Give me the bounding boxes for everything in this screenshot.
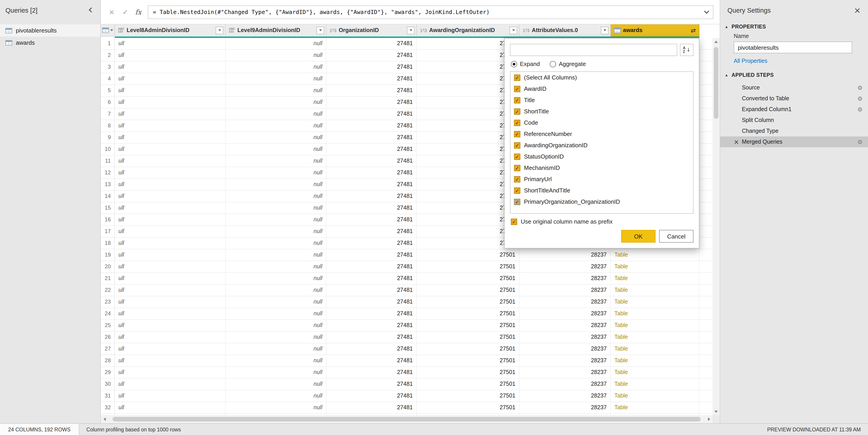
cell[interactable]: null bbox=[225, 378, 327, 390]
column-header-awards[interactable]: awards⇄ bbox=[611, 24, 700, 37]
filter-dropdown-icon[interactable] bbox=[601, 26, 609, 34]
cell[interactable]: 27481 bbox=[327, 120, 417, 131]
radio-option-aggregate[interactable]: Aggregate bbox=[550, 61, 586, 67]
cell[interactable]: 28237 bbox=[520, 296, 611, 308]
column-header-attributevalues-0[interactable]: 1²3AttributeValues.0 bbox=[520, 24, 611, 37]
cell[interactable]: 27481 bbox=[327, 191, 417, 202]
cell[interactable]: 27481 bbox=[327, 308, 417, 320]
cell[interactable]: ull bbox=[115, 191, 225, 202]
cell[interactable]: 27481 bbox=[327, 226, 417, 237]
cell[interactable]: ull bbox=[115, 355, 225, 366]
ok-button[interactable]: OK bbox=[621, 230, 655, 242]
cell[interactable]: 28237 bbox=[520, 378, 611, 390]
cell[interactable]: ull bbox=[115, 167, 225, 178]
cell[interactable]: Table bbox=[611, 296, 700, 308]
cell[interactable]: 28237 bbox=[520, 355, 611, 366]
cell[interactable]: 27481 bbox=[327, 378, 417, 390]
cell[interactable]: ull bbox=[115, 144, 225, 155]
applied-step-merged-queries[interactable]: ×Merged Queries⚙ bbox=[720, 136, 868, 147]
cell[interactable]: 28237 bbox=[520, 285, 611, 296]
cell[interactable]: 27481 bbox=[327, 179, 417, 190]
confirm-formula-icon[interactable]: ✓ bbox=[121, 8, 130, 16]
properties-section-header[interactable]: ▲ PROPERTIES bbox=[720, 20, 868, 32]
cell[interactable]: 28237 bbox=[520, 343, 611, 355]
cell[interactable]: null bbox=[225, 296, 327, 308]
popup-column-option-select-all-columns[interactable]: ✓(Select All Columns) bbox=[510, 72, 693, 83]
column-header-level8admindivisionid[interactable]: ABC123Level8AdminDivisionID bbox=[115, 24, 225, 37]
cell[interactable]: 27481 bbox=[327, 285, 417, 296]
scroll-down-arrow[interactable] bbox=[712, 408, 720, 415]
cell[interactable]: 27501 bbox=[417, 273, 520, 284]
cell[interactable]: 27501 bbox=[417, 343, 520, 355]
cell[interactable]: ull bbox=[115, 202, 225, 214]
checkbox-icon[interactable]: ✓ bbox=[514, 153, 520, 160]
checkbox-icon[interactable]: ✓ bbox=[514, 187, 520, 194]
cell[interactable]: Table bbox=[611, 332, 700, 343]
cell[interactable]: null bbox=[225, 108, 327, 120]
cell[interactable]: ull bbox=[115, 120, 225, 131]
query-name-input[interactable] bbox=[734, 41, 852, 53]
cell[interactable]: 27481 bbox=[327, 390, 417, 402]
applied-step-split-column[interactable]: Split Column bbox=[720, 115, 868, 126]
cell[interactable]: Table bbox=[611, 285, 700, 296]
cell[interactable]: null bbox=[225, 238, 327, 249]
cell[interactable]: 27481 bbox=[327, 367, 417, 378]
cell[interactable]: 27481 bbox=[327, 214, 417, 225]
popup-column-option-primaryurl[interactable]: ✓PrimaryUrl bbox=[510, 173, 693, 185]
applied-steps-section-header[interactable]: ▲ APPLIED STEPS bbox=[720, 68, 868, 80]
popup-search-input[interactable] bbox=[510, 44, 677, 56]
checkbox-icon[interactable]: ✓ bbox=[514, 142, 520, 148]
cell[interactable]: ull bbox=[115, 343, 225, 355]
sort-button[interactable]: AZ ↓ bbox=[680, 44, 693, 56]
cell[interactable]: 28237 bbox=[520, 390, 611, 402]
cell[interactable]: 27481 bbox=[327, 50, 417, 61]
cell[interactable]: ull bbox=[115, 296, 225, 308]
cell[interactable]: ull bbox=[115, 249, 225, 261]
filter-dropdown-icon[interactable] bbox=[509, 26, 517, 34]
popup-column-option-code[interactable]: ✓Code bbox=[510, 117, 693, 128]
cell[interactable]: null bbox=[225, 61, 327, 73]
cell[interactable]: 27501 bbox=[417, 320, 520, 331]
cell[interactable]: ull bbox=[115, 226, 225, 237]
cell[interactable]: 27481 bbox=[327, 156, 417, 167]
expand-column-icon[interactable]: ⇄ bbox=[691, 27, 697, 34]
cell[interactable]: Table bbox=[611, 355, 700, 366]
popup-column-option-awardingorganizationid[interactable]: ✓AwardingOrganizationID bbox=[510, 140, 693, 151]
cell[interactable]: 27481 bbox=[327, 61, 417, 73]
cell[interactable]: 27501 bbox=[417, 390, 520, 402]
cell[interactable]: ull bbox=[115, 38, 225, 49]
cell[interactable]: null bbox=[225, 308, 327, 320]
cell[interactable]: ull bbox=[115, 285, 225, 296]
cell[interactable]: null bbox=[225, 202, 327, 214]
cell[interactable]: 27481 bbox=[327, 320, 417, 331]
gear-icon[interactable]: ⚙ bbox=[857, 84, 863, 91]
cell[interactable]: null bbox=[225, 214, 327, 225]
cell[interactable]: null bbox=[225, 85, 327, 96]
cell[interactable]: 28237 bbox=[520, 367, 611, 378]
cell[interactable]: null bbox=[225, 249, 327, 261]
cell[interactable]: 27481 bbox=[327, 73, 417, 85]
cell[interactable]: ull bbox=[115, 367, 225, 378]
cell[interactable]: ull bbox=[115, 261, 225, 272]
checkbox-icon[interactable]: ✓ bbox=[514, 199, 520, 205]
cell[interactable]: null bbox=[225, 73, 327, 85]
cell[interactable]: ull bbox=[115, 390, 225, 402]
cell[interactable]: 27501 bbox=[417, 402, 520, 413]
vertical-scrollbar[interactable] bbox=[712, 38, 720, 415]
prefix-option[interactable]: ✓ Use original column name as prefix bbox=[511, 218, 692, 225]
popup-column-option-referencenumber[interactable]: ✓ReferenceNumber bbox=[510, 128, 693, 140]
cell[interactable]: Table bbox=[611, 343, 700, 355]
cell[interactable]: Table bbox=[611, 320, 700, 331]
all-properties-link[interactable]: All Properties bbox=[734, 58, 861, 64]
popup-column-option-mechanismid[interactable]: ✓MechanismID bbox=[510, 162, 693, 173]
query-list-item-awards[interactable]: awards bbox=[0, 37, 100, 49]
cell[interactable]: null bbox=[225, 50, 327, 61]
expand-formula-bar-icon[interactable] bbox=[704, 9, 709, 14]
cell[interactable]: null bbox=[225, 179, 327, 190]
checkbox-icon[interactable]: ✓ bbox=[514, 165, 520, 171]
popup-column-option-primaryorganization-organizationid[interactable]: ✓PrimaryOrganization_OrganizationID bbox=[510, 196, 693, 207]
cell[interactable]: 28237 bbox=[520, 402, 611, 413]
cell[interactable]: ull bbox=[115, 332, 225, 343]
cell[interactable]: ull bbox=[115, 320, 225, 331]
cell[interactable]: 27481 bbox=[327, 167, 417, 178]
